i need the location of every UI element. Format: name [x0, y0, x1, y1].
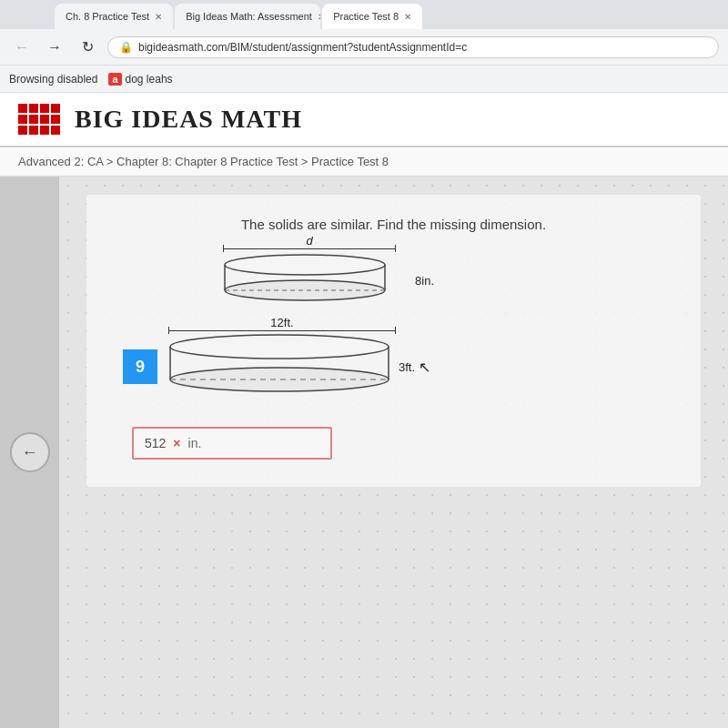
breadcrumb-text: Advanced 2: CA > Chapter 8: Chapter 8 Pr… — [18, 155, 389, 168]
content-area: The solids are similar. Find the missing… — [59, 177, 728, 728]
reload-button[interactable]: ↻ — [75, 35, 100, 60]
lock-icon: 🔒 — [119, 41, 133, 54]
svg-point-0 — [225, 255, 385, 275]
back-arrow-icon: ← — [22, 443, 38, 462]
browser-toolbar: ← → ↻ 🔒 bigideasmath.com/BIM/student/ass… — [0, 29, 728, 66]
bim-logo-grid — [18, 104, 60, 135]
tab-ch8-practice[interactable]: Ch. 8 Practice Test ✕ — [55, 4, 173, 29]
browser-tabs: Ch. 8 Practice Test ✕ Big Ideas Math: As… — [0, 0, 728, 29]
bim-title: BIG IDEAS MATH — [75, 105, 302, 134]
page-content: BIG IDEAS MATH Advanced 2: CA > Chapter … — [0, 93, 728, 728]
question-prompt: The solids are similar. Find the missing… — [114, 217, 673, 232]
tab-label: Practice Test 8 — [333, 11, 399, 22]
large-cylinder-svg — [168, 334, 396, 399]
tab-label: Big Ideas Math: Assessment — [186, 11, 312, 22]
tab-label: Ch. 8 Practice Test — [66, 11, 149, 22]
tab-practice-test-8[interactable]: Practice Test 8 ✕ — [322, 4, 422, 29]
main-area: ← The solids are similar. Find the missi… — [0, 177, 728, 728]
forward-button[interactable]: → — [42, 35, 67, 60]
tab-bim-assessment[interactable]: Big Ideas Math: Assessment ✕ — [175, 4, 320, 29]
back-button[interactable]: ← — [9, 35, 35, 60]
bookmarks-bar: Browsing disabled a dog leahs — [0, 66, 728, 93]
answer-value: 512 — [145, 436, 166, 450]
bookmark-label: dog leahs — [126, 73, 173, 86]
bookmark-dog-leahs[interactable]: a dog leahs — [108, 73, 172, 86]
amazon-icon: a — [108, 73, 121, 86]
cylinders-area: d — [114, 254, 673, 399]
small-cylinder-height-label: 8in. — [415, 274, 434, 288]
tab-close-icon[interactable]: ✕ — [318, 12, 320, 22]
small-cylinder-group: d — [223, 254, 396, 307]
question-number-badge: 9 — [123, 349, 157, 384]
bim-header: BIG IDEAS MATH — [0, 93, 728, 147]
back-circle-button[interactable]: ← — [10, 432, 50, 472]
tab-close-icon[interactable]: ✕ — [155, 12, 162, 22]
bookmark-browsing-disabled[interactable]: Browsing disabled — [9, 73, 97, 86]
url-text: bigideasmath.com/BIM/student/assignment?… — [138, 41, 467, 54]
answer-area[interactable]: 512 × in. — [132, 427, 332, 460]
breadcrumb: Advanced 2: CA > Chapter 8: Chapter 8 Pr… — [0, 147, 728, 177]
large-cylinder-height-label: 3ft. — [399, 360, 415, 374]
large-cylinder-height-area: 3ft. ↖ — [399, 359, 430, 376]
address-bar[interactable]: 🔒 bigideasmath.com/BIM/student/assignmen… — [107, 36, 719, 58]
tab-close-icon[interactable]: ✕ — [404, 12, 411, 22]
bookmark-label: Browsing disabled — [9, 73, 97, 86]
answer-unit-label: in. — [188, 436, 202, 450]
svg-point-5 — [170, 335, 389, 359]
small-cylinder-svg — [223, 254, 396, 307]
wrong-answer-icon: × — [173, 436, 180, 450]
large-cylinder-group: 9 12ft. — [168, 334, 396, 399]
left-sidebar: ← — [0, 177, 59, 728]
cursor-icon: ↖ — [419, 359, 430, 376]
svg-point-3 — [225, 280, 385, 300]
question-card: The solids are similar. Find the missing… — [86, 195, 701, 487]
